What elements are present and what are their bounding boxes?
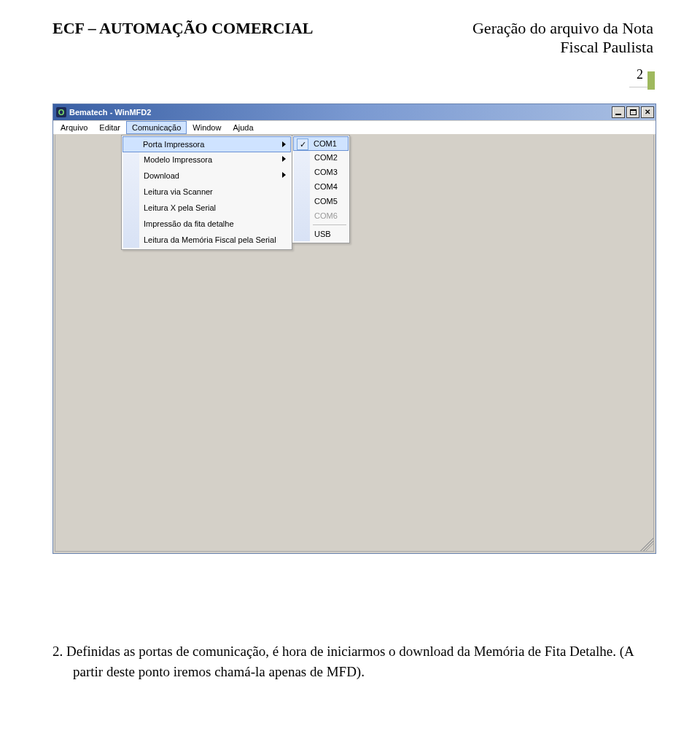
dropdown-item[interactable]: Download (123, 168, 290, 184)
window-title: Bematech - WinMFD2 (69, 108, 151, 117)
submenu-item[interactable]: COM3 (294, 165, 348, 179)
submenu-arrow-icon (282, 172, 286, 178)
minimize-button[interactable] (612, 106, 625, 118)
menu-ajuda[interactable]: Ajuda (227, 121, 259, 134)
dropdown-item[interactable]: Porta Impressora (122, 136, 291, 152)
dropdown-comunicacao: Porta ImpressoraModelo ImpressoraDownloa… (121, 135, 292, 250)
submenu-item[interactable]: USB (294, 227, 348, 241)
app-icon: O (56, 107, 66, 117)
client-area: Porta ImpressoraModelo ImpressoraDownloa… (55, 135, 654, 552)
page-number: 2 (629, 64, 650, 87)
submenu-item: COM6 (294, 208, 348, 223)
check-icon: ✓ (297, 138, 308, 150)
dropdown-item[interactable]: Leitura da Memória Fiscal pela Serial (123, 232, 290, 248)
menu-arquivo[interactable]: Arquivo (55, 121, 93, 134)
titlebar: O Bematech - WinMFD2 ✕ (53, 104, 656, 120)
submenu-item[interactable]: COM2 (294, 150, 348, 165)
doc-header-right: Geração do arquivo da Nota Fiscal Paulis… (472, 19, 653, 57)
submenu-arrow-icon (282, 141, 286, 147)
submenu-porta-impressora: ✓COM1COM2COM3COM4COM5COM6USB (292, 135, 350, 243)
menu-editar[interactable]: Editar (93, 121, 126, 134)
menubar: ArquivoEditarComunicaçãoWindowAjuda (53, 120, 656, 135)
menu-window[interactable]: Window (187, 121, 227, 134)
embedded-screenshot: O Bematech - WinMFD2 ✕ ArquivoEditarComu… (52, 103, 656, 554)
menu-separator (313, 224, 346, 225)
dropdown-item[interactable]: Leitura via Scanner (123, 184, 290, 200)
application-window: O Bematech - WinMFD2 ✕ ArquivoEditarComu… (52, 103, 656, 554)
close-button[interactable]: ✕ (641, 106, 654, 118)
dropdown-item[interactable]: Impressão da fita detalhe (123, 216, 290, 232)
submenu-item[interactable]: COM4 (294, 179, 348, 194)
submenu-item[interactable]: ✓COM1 (293, 136, 349, 151)
submenu-arrow-icon (282, 156, 286, 162)
maximize-button[interactable] (626, 106, 639, 118)
menu-comunicação[interactable]: Comunicação (126, 121, 187, 134)
dropdown-item[interactable]: Modelo Impressora (123, 152, 290, 168)
doc-header-left: ECF – AUTOMAÇÃO COMERCIAL (52, 19, 314, 38)
dropdown-item[interactable]: Leitura X pela Serial (123, 200, 290, 216)
submenu-item[interactable]: COM5 (294, 194, 348, 208)
instruction-step-2: 2. Definidas as portas de comunicação, é… (52, 641, 653, 681)
